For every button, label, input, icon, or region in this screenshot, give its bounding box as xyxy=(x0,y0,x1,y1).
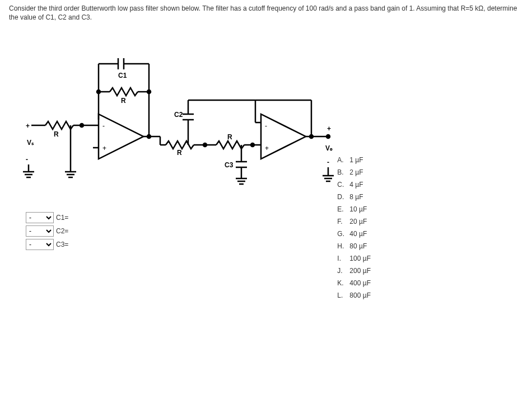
svg-text:C1: C1 xyxy=(118,72,127,79)
svg-point-10 xyxy=(80,124,83,127)
select-c3[interactable]: - xyxy=(26,239,54,250)
svg-text:R: R xyxy=(121,97,126,105)
svg-text:C2: C2 xyxy=(174,111,183,119)
select-row-c2: - C2= xyxy=(26,225,68,237)
select-group: - C1= - C2= - C3= xyxy=(26,212,68,250)
circuit-diagram: + Vₛ - R - + xyxy=(9,33,523,190)
option-i: I.100 µF xyxy=(337,255,371,262)
svg-point-30 xyxy=(97,90,100,93)
svg-point-62 xyxy=(310,135,313,138)
question-text: Consider the third order Butterworth low… xyxy=(9,4,523,22)
svg-point-63 xyxy=(326,135,330,138)
svg-text:R: R xyxy=(54,130,59,138)
svg-text:+: + xyxy=(26,122,30,130)
select-c2[interactable]: - xyxy=(26,225,54,237)
svg-text:+: + xyxy=(102,144,106,152)
svg-text:-: - xyxy=(102,122,105,130)
svg-text:Vₒ: Vₒ xyxy=(325,144,333,152)
svg-text:-: - xyxy=(327,158,329,166)
option-e: E.10 µF xyxy=(337,205,371,213)
option-h: H.80 µF xyxy=(337,242,371,250)
select-row-c3: - C3= xyxy=(26,239,68,250)
option-l: L.800 µF xyxy=(337,291,371,299)
svg-text:+: + xyxy=(327,125,331,133)
option-k: K.400 µF xyxy=(337,279,371,287)
svg-text:R: R xyxy=(227,133,232,141)
option-f: F.20 µF xyxy=(337,218,371,225)
svg-point-31 xyxy=(147,90,151,93)
svg-text:-: - xyxy=(265,122,267,130)
svg-text:-: - xyxy=(26,156,28,163)
svg-text:C3: C3 xyxy=(225,161,234,169)
svg-text:Vₛ: Vₛ xyxy=(27,139,34,147)
option-g: G.40 µF xyxy=(337,230,371,238)
option-d: D.8 µF xyxy=(337,193,371,201)
svg-point-48 xyxy=(251,143,254,147)
label-c1: C1= xyxy=(56,214,68,222)
option-j: J.200 µF xyxy=(337,267,371,275)
select-c1[interactable]: - xyxy=(26,212,54,223)
svg-text:R: R xyxy=(177,149,182,157)
answer-area: - C1= - C2= - C3= A.1 µF B.2 µF C.4 µF D… xyxy=(9,212,523,299)
label-c2: C2= xyxy=(56,227,68,235)
label-c3: C3= xyxy=(56,241,68,248)
svg-text:+: + xyxy=(265,144,269,152)
select-row-c1: - C1= xyxy=(26,212,68,223)
